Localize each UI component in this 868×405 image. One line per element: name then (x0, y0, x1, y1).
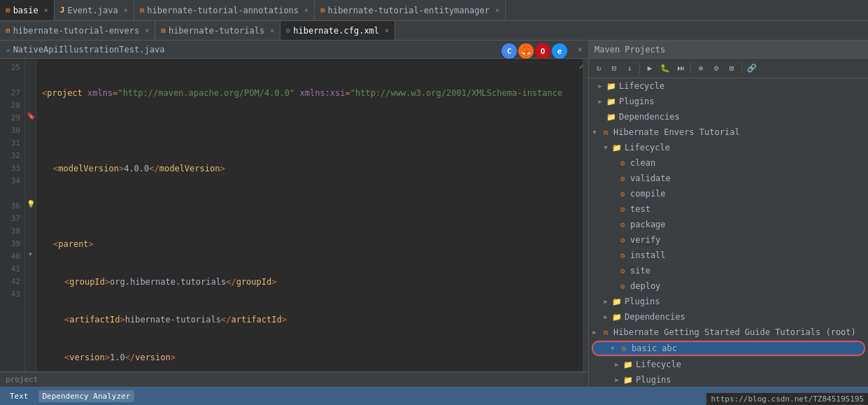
tree-label-plugins3: Plugins (636, 375, 671, 385)
cfg-icon: ⚙ (286, 27, 290, 34)
code-editor[interactable]: 25 27 28 29 30 31 32 33 34 36 37 38 39 4… (0, 59, 588, 371)
chevron-right-icon: ▶ (611, 357, 622, 372)
tree-label-plugins2: Plugins (625, 297, 660, 306)
close-icon[interactable]: × (385, 27, 389, 34)
link-button[interactable]: 🔗 (745, 62, 759, 76)
file-tab-right: × (578, 45, 583, 55)
expand-button[interactable]: ⊞ (725, 62, 739, 76)
chevron-right-icon: ▶ (611, 372, 622, 387)
gear-icon: ⚙ (617, 173, 628, 184)
tree-node-validate[interactable]: ⚙ validate (589, 171, 868, 186)
folder-icon: 📁 (611, 311, 622, 322)
tree-node-getting-started[interactable]: ▶ m Hibernate Getting Started Guide Tuto… (589, 325, 868, 340)
tab-hib-annot[interactable]: m hibernate-tutorial-annotations × (134, 0, 315, 20)
tab-hib-entity[interactable]: m hibernate-tutorial-entitymanager × (315, 0, 506, 20)
close-icon[interactable]: × (304, 6, 308, 14)
editor-file-tab: ☕ NativeApiIllustrationTest.java × (0, 41, 588, 59)
close-icon[interactable]: × (495, 6, 499, 14)
tree-node-plugins1[interactable]: ▶ 📁 Plugins (589, 94, 868, 109)
tab-hib-envers[interactable]: m hibernate-tutorial-envers × (0, 21, 155, 40)
chrome-icon[interactable]: C (501, 43, 517, 59)
debug-button[interactable]: 🐛 (658, 62, 672, 76)
toggle-button[interactable]: ⊕ (694, 62, 708, 76)
close-icon[interactable]: × (44, 6, 48, 14)
tree-node-deploy[interactable]: ⚙ deploy (589, 278, 868, 294)
refresh-button[interactable]: ↻ (592, 62, 606, 76)
tab-basie[interactable]: m basie × (0, 0, 55, 20)
tree-label-lifecycle2: Lifecycle (625, 143, 670, 152)
tree-node-site[interactable]: ⚙ site (589, 263, 868, 278)
chevron-down-icon: ▼ (600, 140, 611, 155)
gear-icon: ⚙ (617, 157, 628, 169)
download-button[interactable]: ↓ (622, 62, 636, 76)
dependency-analyzer-button[interactable]: Dependency Analyzer (38, 390, 135, 402)
tree-label-test: test (630, 204, 650, 214)
close-icon[interactable]: × (270, 27, 274, 34)
tree-node-lifecycle2[interactable]: ▼ 📁 Lifecycle (589, 140, 868, 155)
maven-icon: m (6, 26, 10, 35)
gear-icon: ⚙ (617, 219, 628, 230)
vertical-scrollbar[interactable] (583, 59, 588, 371)
maven-projects-panel: Maven Projects ↻ ⊟ ↓ ▶ 🐛 ⏭ ⊕ ⚙ ⊞ 🔗 (588, 41, 868, 387)
close-icon[interactable]: × (145, 27, 149, 34)
tab-hib-tutorials-label: hibernate-tutorials (169, 26, 264, 36)
tree-node-verify[interactable]: ⚙ verify (589, 232, 868, 248)
maven-icon: m (161, 26, 166, 35)
maven-icon: m (320, 6, 325, 15)
settings-button[interactable]: ⚙ (709, 62, 723, 76)
toolbar-separator2 (690, 63, 691, 74)
folder-icon: 📁 (622, 374, 634, 385)
tree-node-clean[interactable]: ⚙ clean (589, 155, 868, 171)
editor-area: ☕ NativeApiIllustrationTest.java × ✓ C 🦊… (0, 41, 588, 387)
tree-node-plugins2[interactable]: ▶ 📁 Plugins (589, 294, 868, 309)
maven-icon: m (618, 343, 629, 354)
top-tab-bar: m basie × J Event.java × m hibernate-tut… (0, 0, 868, 21)
chevron-down-icon: ▼ (607, 341, 618, 356)
check-mark: ✓ (579, 62, 584, 71)
file-tab-left: ☕ NativeApiIllustrationTest.java (6, 45, 164, 55)
run-button[interactable]: ▶ (643, 62, 657, 76)
close-icon[interactable]: × (124, 6, 128, 14)
code-line-28 (42, 200, 577, 213)
app-container: m basie × J Event.java × m hibernate-tut… (0, 0, 868, 405)
text-panel-button[interactable]: Text (6, 390, 33, 402)
close-icon[interactable]: × (578, 45, 583, 55)
tree-label-lifecycle3: Lifecycle (636, 360, 681, 369)
folder-icon: 📁 (611, 142, 622, 153)
tree-node-install[interactable]: ⚙ install (589, 248, 868, 263)
breadcrumb-bar: project (0, 371, 588, 387)
tree-node-lifecycle3[interactable]: ▶ 📁 Lifecycle (589, 357, 868, 372)
tree-node-test[interactable]: ⚙ test (589, 201, 868, 217)
panel-header: Maven Projects (589, 41, 868, 59)
tree-node-basic-abc[interactable]: ▼ m basic abc (592, 341, 865, 356)
tree-node-package[interactable]: ⚙ package (589, 217, 868, 232)
chevron-right-icon: ▶ (600, 294, 611, 309)
maven-tree[interactable]: ▶ 📁 Lifecycle ▶ 📁 Plugins 📁 Dependencies (589, 78, 868, 387)
tree-node-deps1[interactable]: 📁 Dependencies (589, 109, 868, 125)
main-area: ☕ NativeApiIllustrationTest.java × ✓ C 🦊… (0, 41, 868, 387)
maven-icon: m (600, 327, 611, 338)
gutter: 🔖 💡 ▼ (25, 59, 36, 371)
firefox-icon[interactable]: 🦊 (518, 43, 534, 59)
tree-node-compile[interactable]: ⚙ compile (589, 186, 868, 201)
tree-label-clean: clean (630, 158, 655, 168)
folder-icon: 📁 (622, 359, 634, 370)
code-content[interactable]: <project xmlns="http://maven.apache.org/… (36, 59, 583, 371)
tree-label-deps2: Dependencies (625, 312, 685, 322)
tab-event[interactable]: J Event.java × (55, 0, 134, 20)
ie-icon[interactable]: e (552, 43, 567, 59)
collapse-button[interactable]: ⊟ (607, 62, 621, 76)
tree-label-hib-envers: Hibernate Envers Tutorial (613, 127, 740, 137)
gear-icon: ⚙ (617, 250, 628, 261)
tab-hib-tutorials[interactable]: m hibernate-tutorials × (155, 21, 280, 40)
tree-node-lifecycle1[interactable]: ▶ 📁 Lifecycle (589, 78, 868, 94)
tree-node-hib-envers[interactable]: ▼ m Hibernate Envers Tutorial (589, 125, 868, 140)
breadcrumb-text: project (6, 375, 38, 384)
opera-icon[interactable]: O (535, 43, 550, 59)
chevron-right-icon: ▶ (600, 309, 611, 325)
tree-node-plugins3[interactable]: ▶ 📁 Plugins (589, 372, 868, 387)
tree-node-deps2[interactable]: ▶ 📁 Dependencies (589, 309, 868, 325)
panel-title: Maven Projects (595, 45, 665, 55)
skip-button[interactable]: ⏭ (674, 62, 688, 76)
tab-hib-cfg[interactable]: ⚙ hibernate.cfg.xml × (280, 21, 395, 40)
